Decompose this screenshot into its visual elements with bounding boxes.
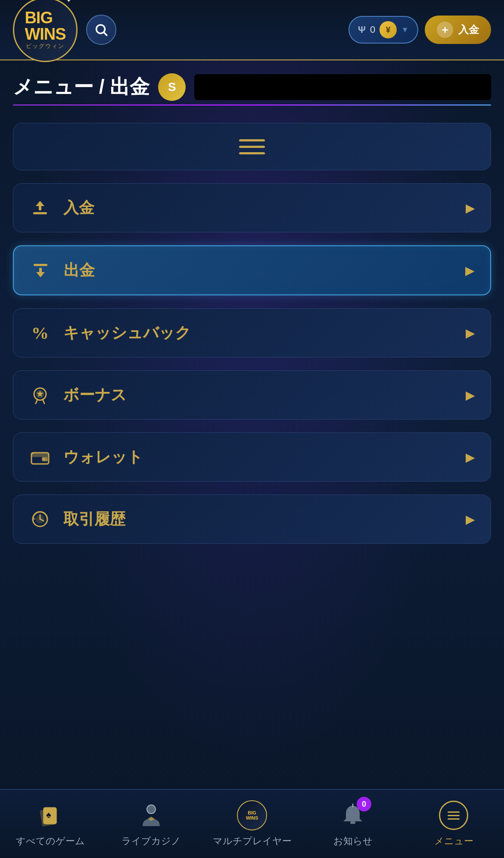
menu-item-cashback[interactable]: % キャッシュバック ▶	[13, 308, 491, 357]
balance-pill[interactable]: Ψ 0 ¥ ▼	[348, 16, 418, 44]
nav-live-casino-label: ライブカジノ	[121, 835, 181, 848]
menu-item-bonus-left: ボーナス	[29, 384, 127, 406]
wallet-chevron-icon: ▶	[466, 450, 475, 464]
user-avatar: S	[158, 73, 186, 101]
deposit-icon	[29, 197, 51, 219]
nav-multiplayer-label: マルチプレイヤー	[213, 835, 292, 848]
balance-symbol: Ψ	[358, 24, 366, 35]
hamburger-button[interactable]	[13, 123, 491, 170]
nav-notifications-label: お知らせ	[333, 835, 373, 848]
bottom-nav: ♠ すべてのゲーム ライブカジノ BIGWINS マルチプレイヤー	[0, 789, 504, 858]
history-chevron-icon: ▶	[466, 512, 475, 526]
page-title: メニュー / 出金	[13, 74, 149, 100]
svg-marker-4	[36, 201, 44, 206]
main-content: メニュー / 出金 S 入金 ▶	[0, 60, 504, 647]
logo[interactable]: BIGWINS ビッグウィン	[13, 0, 78, 62]
menu-item-cashback-left: % キャッシュバック	[29, 322, 191, 344]
logo-text-big: BIGWINS	[25, 9, 65, 42]
deposit-chevron-icon: ▶	[466, 201, 475, 215]
nav-menu-label: メニュー	[434, 835, 473, 848]
bonus-icon	[29, 384, 51, 406]
menu-deposit-label: 入金	[63, 197, 94, 219]
notifications-badge: 0	[357, 797, 371, 811]
nav-all-games-label: すべてのゲーム	[16, 835, 85, 848]
svg-rect-30	[350, 821, 355, 824]
page-title-area: メニュー / 出金 S	[13, 73, 491, 101]
bigwins-nav-icon: BIGWINS	[237, 800, 267, 830]
balance-amount: 0	[370, 24, 375, 35]
svg-rect-15	[31, 453, 49, 457]
currency-symbol: ¥	[386, 25, 391, 35]
bell-icon: 0	[338, 800, 368, 830]
svg-marker-7	[36, 272, 45, 277]
cashback-icon: %	[29, 322, 51, 344]
wallet-icon	[29, 446, 51, 468]
menu-item-withdrawal-left: 出金	[29, 259, 95, 282]
menu-nav-icon	[439, 800, 469, 830]
nav-item-multiplayer[interactable]: BIGWINS マルチプレイヤー	[202, 800, 302, 848]
bonus-chevron-icon: ▶	[466, 388, 475, 402]
menu-item-deposit-left: 入金	[29, 197, 94, 219]
deposit-button-label: 入金	[458, 23, 479, 37]
menu-item-withdrawal[interactable]: 出金 ▶	[13, 245, 491, 295]
dropdown-arrow-icon: ▼	[401, 25, 409, 34]
withdrawal-icon	[29, 259, 52, 282]
menu-withdrawal-label: 出金	[64, 260, 95, 281]
svg-rect-2	[33, 212, 47, 214]
menu-item-deposit[interactable]: 入金 ▶	[13, 183, 491, 232]
logo-area: BIGWINS ビッグウィン	[13, 0, 116, 62]
svg-text:%: %	[31, 323, 49, 343]
currency-coin: ¥	[380, 21, 397, 38]
svg-point-17	[43, 458, 45, 460]
title-underline	[13, 104, 491, 106]
dealer-icon	[136, 800, 166, 830]
cashback-chevron-icon: ▶	[466, 326, 475, 340]
search-button[interactable]	[86, 15, 116, 45]
withdrawal-chevron-icon: ▶	[465, 263, 475, 278]
header-right: Ψ 0 ¥ ▼ + 入金	[348, 16, 491, 44]
menu-item-wallet[interactable]: ウォレット ▶	[13, 432, 491, 482]
cards-icon: ♠	[35, 800, 65, 830]
menu-bonus-label: ボーナス	[63, 385, 127, 406]
nav-item-live-casino[interactable]: ライブカジノ	[101, 800, 202, 848]
menu-history-label: 取引履歴	[63, 509, 125, 530]
logo-subtitle: ビッグウィン	[26, 42, 65, 50]
menu-item-wallet-left: ウォレット	[29, 446, 143, 468]
menu-item-bonus[interactable]: ボーナス ▶	[13, 370, 491, 420]
menu-wallet-label: ウォレット	[63, 447, 143, 468]
menu-item-history-left: 取引履歴	[29, 508, 125, 530]
history-icon	[29, 508, 51, 530]
search-icon	[94, 22, 109, 37]
plus-icon: +	[437, 22, 453, 38]
nav-item-menu[interactable]: メニュー	[403, 800, 504, 848]
svg-line-11	[36, 399, 37, 404]
user-name-block	[194, 74, 491, 100]
nav-item-all-games[interactable]: ♠ すべてのゲーム	[0, 800, 101, 848]
menu-item-transaction-history[interactable]: 取引履歴 ▶	[13, 495, 491, 544]
hamburger-lines-icon	[239, 139, 265, 154]
svg-line-1	[104, 32, 106, 35]
svg-text:♠: ♠	[46, 809, 51, 820]
svg-rect-5	[34, 264, 47, 266]
svg-line-12	[43, 399, 44, 404]
bottom-padding	[13, 557, 491, 634]
menu-cashback-label: キャッシュバック	[63, 323, 191, 344]
deposit-header-button[interactable]: + 入金	[425, 16, 491, 44]
header: BIGWINS ビッグウィン Ψ 0 ¥ ▼ + 入金	[0, 0, 504, 60]
nav-item-notifications[interactable]: 0 お知らせ	[302, 800, 403, 848]
